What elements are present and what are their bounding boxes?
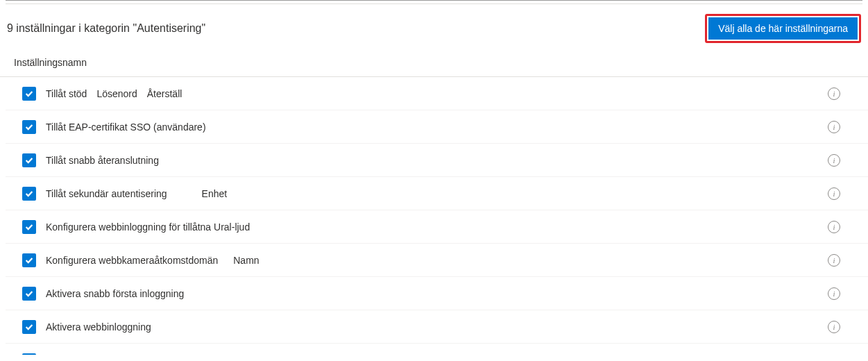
check-icon: [24, 322, 34, 332]
row-label: Konfigurera webbinloggning för tillåtna …: [46, 221, 250, 233]
check-icon: [24, 89, 34, 99]
info-icon[interactable]: i: [828, 287, 840, 300]
checkbox[interactable]: [22, 353, 36, 355]
list-item: [6, 344, 868, 355]
row-label: Aktivera snabb första inloggning: [46, 288, 184, 299]
list-item: Konfigurera webbkameraåtkomstdomän Namn …: [6, 244, 868, 277]
row-label: Tillåt snabb återanslutning: [46, 155, 159, 166]
settings-count: 9: [7, 22, 13, 34]
checkbox[interactable]: [22, 87, 36, 101]
row-label: Tillåt stöd: [46, 88, 87, 99]
row-label: Konfigurera webbkameraåtkomstdomän: [46, 255, 218, 266]
row-extra: Enhet: [202, 188, 228, 199]
list-item: Aktivera snabb första inloggning i: [6, 277, 868, 310]
row-extra: Lösenord: [96, 88, 137, 99]
checkbox[interactable]: [22, 187, 36, 201]
info-icon[interactable]: i: [828, 221, 840, 233]
check-icon: [24, 189, 34, 199]
list-item: Tillåt sekundär autentisering Enhet i: [6, 177, 868, 210]
checkbox[interactable]: [22, 153, 36, 167]
check-icon: [24, 156, 34, 165]
row-label: Tillåt sekundär autentisering: [46, 188, 167, 199]
checkbox[interactable]: [22, 320, 36, 334]
list-item: Konfigurera webbinloggning för tillåtna …: [6, 210, 868, 244]
list-item: Tillåt snabb återanslutning i: [6, 144, 868, 177]
page-title: 9 inställningar i kategorin "Autentiseri…: [7, 22, 205, 35]
header: 9 inställningar i kategorin "Autentiseri…: [0, 4, 868, 50]
check-icon: [24, 289, 34, 299]
info-icon[interactable]: i: [828, 187, 840, 200]
row-label: Aktivera webbinloggning: [46, 321, 151, 333]
info-icon[interactable]: i: [828, 254, 840, 267]
checkbox[interactable]: [22, 253, 36, 267]
info-icon[interactable]: i: [828, 87, 840, 100]
checkbox[interactable]: [22, 220, 36, 234]
row-extra: Återställ: [147, 88, 182, 99]
checkbox[interactable]: [22, 287, 36, 301]
list-item: Aktivera webbinloggning i: [6, 310, 868, 344]
list-item: Tillåt stöd Lösenord Återställ i: [6, 77, 868, 110]
select-all-highlight: Välj alla de här inställningarna: [705, 14, 861, 43]
info-icon[interactable]: i: [828, 154, 840, 167]
select-all-button[interactable]: Välj alla de här inställningarna: [708, 17, 858, 40]
settings-title-rest: inställningar i kategorin "Autentisering…: [13, 22, 205, 34]
list-item: Tillåt EAP-certifikat SSO (användare) i: [6, 110, 868, 144]
check-icon: [24, 122, 34, 132]
info-icon[interactable]: i: [828, 121, 840, 133]
info-icon[interactable]: i: [828, 321, 840, 333]
check-icon: [24, 255, 34, 265]
column-header-name: Inställningsnamn: [0, 50, 868, 77]
row-extra: Namn: [233, 255, 259, 266]
settings-list[interactable]: Tillåt stöd Lösenord Återställ i Tillåt …: [6, 77, 868, 355]
check-icon: [24, 222, 34, 232]
row-label: Tillåt EAP-certifikat SSO (användare): [46, 121, 206, 133]
checkbox[interactable]: [22, 120, 36, 134]
